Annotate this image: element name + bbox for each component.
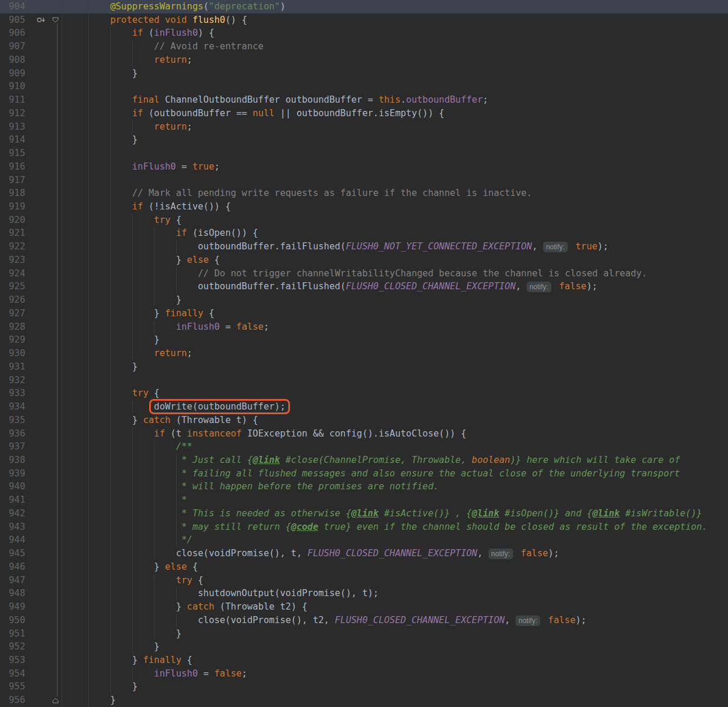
code-line[interactable]: try { (62, 214, 728, 227)
line-number[interactable]: 954 (0, 667, 35, 681)
line-number[interactable]: 915 (0, 147, 35, 160)
code-line[interactable]: return; (62, 120, 728, 134)
code-line[interactable]: if (outboundBuffer == null || outboundBu… (62, 107, 728, 120)
code-line[interactable]: close(voidPromise(), t, FLUSH0_CLOSED_CH… (62, 547, 728, 560)
code-line[interactable]: } (62, 640, 728, 654)
line-number[interactable]: 956 (0, 694, 35, 707)
code-line[interactable]: */ (62, 533, 728, 547)
line-number[interactable]: 935 (0, 414, 35, 427)
line-number[interactable]: 926 (0, 293, 35, 307)
line-number[interactable]: 947 (0, 574, 35, 587)
line-number[interactable]: 931 (0, 360, 35, 374)
line-number[interactable]: 907 (0, 40, 35, 53)
line-number[interactable]: 906 (0, 26, 35, 40)
line-number[interactable]: 940 (0, 480, 35, 493)
code-line[interactable]: } (62, 627, 728, 641)
code-line[interactable] (62, 174, 728, 187)
code-line[interactable]: // Mark all pending write requests as fa… (62, 187, 728, 200)
line-number[interactable]: 937 (0, 440, 35, 454)
code-line[interactable]: * failing all flushed messages and also … (62, 467, 728, 481)
line-number[interactable]: 910 (0, 80, 35, 93)
line-number[interactable]: 938 (0, 454, 35, 467)
line-number[interactable]: 922 (0, 240, 35, 253)
line-number[interactable]: 942 (0, 507, 35, 520)
line-number[interactable]: 921 (0, 226, 35, 240)
line-number[interactable]: 909 (0, 67, 35, 80)
line-number[interactable]: 927 (0, 307, 35, 320)
line-number[interactable]: 955 (0, 680, 35, 694)
code-line[interactable]: } (62, 680, 728, 694)
line-number[interactable]: 912 (0, 107, 35, 120)
line-number[interactable]: 914 (0, 133, 35, 147)
code-line[interactable]: protected void flush0() { (62, 13, 728, 27)
code-line[interactable]: if (inFlush0) { (62, 26, 728, 40)
code-line[interactable]: } catch (Throwable t) { (62, 414, 728, 427)
line-number[interactable]: 943 (0, 520, 35, 534)
line-number[interactable]: 952 (0, 640, 35, 654)
fold-start-icon[interactable] (52, 17, 59, 23)
line-number[interactable]: 941 (0, 493, 35, 507)
code-line[interactable]: if (!isActive()) { (62, 200, 728, 214)
code-line[interactable]: * will happen before the promises are no… (62, 480, 728, 493)
code-line[interactable]: } else { (62, 560, 728, 574)
line-number[interactable]: 917 (0, 174, 35, 187)
code-line[interactable]: } else { (62, 253, 728, 267)
code-line[interactable]: inFlush0 = true; (62, 160, 728, 174)
code-line[interactable]: shutdownOutput(voidPromise(), t); (62, 587, 728, 600)
code-line[interactable]: } finally { (62, 307, 728, 320)
line-number[interactable]: 932 (0, 374, 35, 387)
line-number[interactable]: 945 (0, 547, 35, 560)
line-number[interactable]: 920 (0, 214, 35, 227)
code-line[interactable]: return; (62, 347, 728, 360)
code-line[interactable]: if (t instanceof IOException && config()… (62, 427, 728, 441)
code-line[interactable]: // Avoid re-entrance (62, 40, 728, 53)
code-line[interactable]: } (62, 133, 728, 147)
code-line[interactable]: } (62, 694, 728, 707)
line-number[interactable]: 930 (0, 347, 35, 360)
fold-end-icon[interactable] (52, 698, 59, 703)
line-number[interactable]: 944 (0, 533, 35, 547)
line-number[interactable]: 916 (0, 160, 35, 174)
code-line[interactable]: @SuppressWarnings("deprecation") (62, 0, 728, 13)
line-number[interactable]: 924 (0, 267, 35, 280)
line-number[interactable]: 950 (0, 614, 35, 627)
line-number[interactable]: 949 (0, 600, 35, 614)
code-line[interactable]: * Just call {@link #close(ChannelPromise… (62, 454, 728, 467)
code-line[interactable] (62, 80, 728, 93)
line-number[interactable]: 951 (0, 627, 35, 641)
line-number[interactable]: 929 (0, 333, 35, 347)
code-line[interactable]: * (62, 493, 728, 507)
line-number[interactable]: 934 (0, 400, 35, 414)
code-line[interactable]: } finally { (62, 654, 728, 667)
line-number[interactable]: 919 (0, 200, 35, 214)
code-line[interactable]: final ChannelOutboundBuffer outboundBuff… (62, 93, 728, 107)
code-line[interactable]: outboundBuffer.failFlushed(FLUSH0_CLOSED… (62, 280, 728, 293)
code-line[interactable]: * may still return {@code true} even if … (62, 520, 728, 534)
code-line[interactable] (62, 147, 728, 160)
code-line[interactable]: // Do not trigger channelWritabilityChan… (62, 267, 728, 280)
code-line[interactable]: doWrite(outboundBuffer); (62, 400, 728, 414)
code-line[interactable]: /** (62, 440, 728, 454)
line-number[interactable]: 908 (0, 53, 35, 67)
code-line[interactable]: } (62, 293, 728, 307)
line-number[interactable]: 948 (0, 587, 35, 600)
code-line[interactable]: try { (62, 387, 728, 400)
line-number[interactable]: 939 (0, 467, 35, 481)
line-number[interactable]: 925 (0, 280, 35, 293)
line-number[interactable]: 918 (0, 187, 35, 200)
line-number[interactable]: 953 (0, 654, 35, 667)
line-number[interactable]: 936 (0, 427, 35, 441)
code-line[interactable]: if (isOpen()) { (62, 226, 728, 240)
code-line[interactable]: * This is needed as otherwise {@link #is… (62, 507, 728, 520)
line-number[interactable]: 911 (0, 93, 35, 107)
line-number[interactable]: 933 (0, 387, 35, 400)
code-line[interactable]: try { (62, 574, 728, 587)
line-number[interactable]: 904 (0, 0, 35, 13)
line-number[interactable]: 905 (0, 13, 35, 27)
line-number[interactable]: 928 (0, 320, 35, 334)
code-line[interactable]: } (62, 67, 728, 80)
line-number[interactable]: 913 (0, 120, 35, 134)
code-line[interactable]: } (62, 333, 728, 347)
line-number[interactable]: 946 (0, 560, 35, 574)
code-line[interactable]: inFlush0 = false; (62, 320, 728, 334)
